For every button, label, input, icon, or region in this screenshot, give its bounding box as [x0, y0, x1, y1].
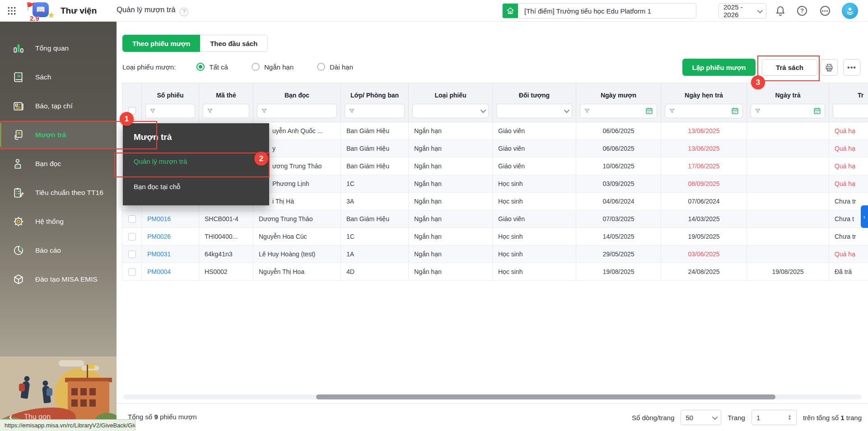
sidebar-item-bao-tap-chi[interactable]: Báo, tạp chí [0, 92, 117, 120]
cell-so-phieu: PM0016 [142, 210, 199, 227]
cell-doi-tuong: Học sinh [493, 246, 576, 263]
sidebar-item-ban-doc[interactable]: Bạn đọc [0, 149, 117, 178]
cell-so-phieu: PM0026 [142, 228, 199, 245]
panel-collapse-tab[interactable]: ‹ [861, 205, 868, 228]
column-filter-input[interactable] [145, 104, 195, 118]
column-label: Loại phiếu [409, 83, 492, 100]
sidebar-item-bao-cao[interactable]: Báo cáo [0, 236, 117, 265]
return-book-button[interactable]: Trả sách [762, 59, 817, 76]
column-8: Ngày hẹn trả [661, 83, 747, 122]
filter-funnel-icon [261, 108, 267, 114]
school-selector[interactable]: [Thí điểm] Trường tiểu học Edu Platform … [502, 3, 696, 19]
cell-loai-phieu: Ngắn hạn [409, 263, 493, 280]
row-checkbox[interactable] [128, 250, 136, 258]
radio-ngan-han[interactable]: Ngắn hạn [252, 63, 294, 71]
radio-dai-han[interactable]: Dài hạn [317, 63, 353, 71]
row-checkbox[interactable] [128, 215, 136, 223]
submenu-item-quan-ly-muon-tra[interactable]: Quản lý mượn trả [123, 148, 269, 174]
column-label: Lớp/ Phòng ban [341, 83, 408, 100]
cell-loai-phieu: Ngắn hạn [409, 158, 493, 175]
cell-doi-tuong: Học sinh [493, 193, 576, 210]
horizontal-scrollbar[interactable] [123, 394, 862, 399]
row-checkbox[interactable] [128, 268, 136, 276]
school-year-select[interactable]: 2025 - 2026 [719, 3, 766, 19]
cell-ngay-muon: 06/06/2025 [576, 140, 661, 157]
sidebar-item-muon-tra[interactable]: Mượn trả [0, 120, 117, 149]
radio-icon [317, 63, 325, 71]
sidebar-item-dao-tao-misa-emis[interactable]: Đào tạo MISA EMIS [0, 265, 117, 294]
column-3: Bạn đọc [253, 83, 341, 122]
cell-trang-thai: Quá hạ [829, 158, 868, 175]
cell-doi-tuong: Học sinh [493, 228, 576, 245]
cell-ngay-tra [747, 210, 829, 227]
radio-icon [252, 63, 260, 71]
slip-code-link[interactable]: PM0031 [147, 250, 171, 258]
more-actions-button[interactable]: ••• [843, 59, 860, 76]
annotation-badge-2: 2 [254, 152, 268, 166]
cell-so-phieu: PM0004 [142, 263, 199, 280]
print-button[interactable] [821, 59, 838, 76]
column-filter-input[interactable] [203, 104, 249, 118]
cell-lop-phong-ban: 1C [341, 228, 409, 245]
cell-lop-phong-ban: 1A [341, 246, 409, 263]
table-row[interactable]: PM003164kg41n3Lê Huy Hoàng (test)1ANgắn … [122, 246, 868, 263]
table-row[interactable]: PM0026THI00400...Nguyễn Hoa Cúc1CNgắn hạ… [122, 228, 868, 246]
more-options-icon[interactable]: ••• [820, 6, 830, 16]
cell-ban-doc: Dương Trung Thảo [253, 210, 341, 227]
column-filter-input[interactable] [833, 104, 868, 118]
column-filter-date[interactable] [580, 104, 657, 118]
row-checkbox[interactable] [128, 233, 136, 241]
slip-code-link[interactable]: PM0004 [147, 268, 171, 275]
sidebar-item-tong-quan[interactable]: Tổng quan [0, 34, 117, 63]
page-spinner-icon[interactable]: ▲▼ [788, 414, 792, 421]
cell-ngay-muon: 14/05/2025 [576, 228, 661, 245]
column-2: Mã thẻ [199, 83, 253, 122]
sidebar-item-tieu-chuan-tt16[interactable]: Tiêu chuẩn theo TT16 [0, 178, 117, 207]
column-filter-input[interactable] [345, 104, 405, 118]
notification-bell-icon[interactable] [775, 5, 786, 16]
submenu-item-ban-doc-tai-cho[interactable]: Bạn đọc tại chỗ [123, 174, 269, 199]
sidebar-item-sach[interactable]: Sách [0, 63, 117, 92]
annotation-badge-3: 3 [751, 75, 765, 89]
table-row[interactable]: PM0004HS0002Nguyễn Thị Hoa4DNgắn hạnHọc … [122, 263, 868, 281]
scrollbar-thumb[interactable] [316, 394, 775, 399]
user-avatar[interactable] [842, 3, 858, 19]
sidebar-item-he-thong[interactable]: Hệ thống [0, 207, 117, 236]
cell-lop-phong-ban: 4D [341, 263, 409, 280]
school-name: [Thí điểm] Trường tiểu học Edu Platform … [518, 7, 658, 15]
cell-ngay-muon: 04/06/2024 [576, 193, 661, 210]
column-filter-date[interactable] [751, 104, 825, 118]
cube-icon [13, 273, 24, 285]
cell-ma-the: THI00400... [199, 228, 253, 245]
cell-doi-tuong: Giáo viên [493, 140, 576, 157]
gear-icon [13, 216, 24, 227]
tab-theo-dau-sach[interactable]: Theo đầu sách [200, 35, 268, 52]
muon-tra-submenu: Mượn trả Quản lý mượn trả Bạn đọc tại ch… [123, 123, 269, 205]
help-icon[interactable]: ? [797, 6, 807, 16]
rows-per-page-select[interactable]: 50 [681, 410, 721, 425]
app-grid-icon[interactable] [7, 6, 16, 15]
filter-funnel-icon [669, 108, 675, 114]
column-filter-date[interactable] [665, 104, 743, 118]
slip-code-link[interactable]: PM0026 [147, 233, 171, 240]
cell-lop-phong-ban: Ban Giám Hiệu [341, 140, 409, 157]
filter-funnel-icon [584, 108, 590, 114]
slip-code-link[interactable]: PM0016 [147, 215, 171, 222]
column-label: Tr [829, 83, 868, 100]
calendar-icon [731, 107, 739, 115]
column-filter-input[interactable] [257, 104, 337, 118]
column-filter-select[interactable] [496, 104, 572, 118]
cell-ngay-muon: 06/06/2025 [576, 122, 661, 139]
table-row[interactable]: PM0016SHCB001-4Dương Trung ThảoBan Giám … [122, 210, 868, 228]
filter-funnel-icon [349, 108, 355, 114]
table-footer: Tổng số 9 phiếu mượn Số dòng/trang 50 Tr… [117, 403, 868, 431]
cell-ngay-hen-tra: 19/05/2025 [661, 228, 747, 245]
column-label: Mã thẻ [199, 83, 253, 100]
column-filter-select[interactable] [412, 104, 489, 118]
page-number-input[interactable]: 1 ▲▼ [751, 410, 797, 425]
submenu-title: Mượn trả [123, 123, 269, 148]
radio-tat-ca[interactable]: Tất cả [196, 63, 228, 71]
tab-theo-phieu-muon[interactable]: Theo phiếu mượn [122, 35, 200, 52]
create-borrow-slip-button[interactable]: Lập phiếu mượn [682, 59, 756, 76]
page-help-icon[interactable]: ? [180, 8, 188, 16]
